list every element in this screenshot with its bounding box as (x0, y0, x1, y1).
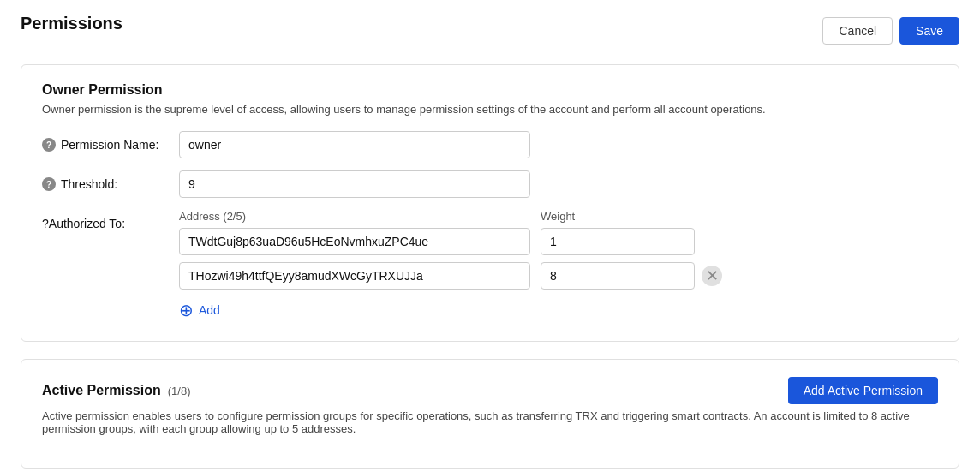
save-button[interactable]: Save (899, 17, 959, 45)
permission-name-row: ? Permission Name: (42, 131, 938, 158)
owner-permission-description: Owner permission is the supreme level of… (42, 103, 938, 116)
active-perm-header: Active Permission (1/8) Add Active Permi… (42, 377, 938, 404)
threshold-input[interactable] (179, 170, 530, 198)
add-label: Add (199, 303, 220, 317)
threshold-row: ? Threshold: (42, 170, 938, 198)
threshold-label-text: Threshold: (61, 177, 117, 191)
add-active-permission-button[interactable]: Add Active Permission (788, 377, 938, 404)
address-input-2[interactable] (179, 262, 530, 290)
active-permission-heading: Active Permission (42, 383, 161, 398)
authorized-to-label: ? Authorized To: (42, 210, 179, 230)
owner-permission-heading: Owner Permission (42, 82, 938, 98)
header-buttons: Cancel Save (822, 17, 959, 45)
permission-name-help-icon: ? (42, 138, 56, 152)
address-input-1[interactable] (179, 228, 530, 255)
add-address-button[interactable]: ⊕ Add (179, 296, 220, 324)
address-row-1 (179, 228, 938, 255)
plus-icon: ⊕ (179, 300, 194, 320)
owner-permission-section: Owner Permission Owner permission is the… (21, 64, 959, 342)
permission-name-label-text: Permission Name: (61, 138, 158, 152)
weight-input-2[interactable] (541, 262, 695, 290)
permission-name-label: ? Permission Name: (42, 131, 179, 152)
weight-col-header: Weight (541, 210, 695, 223)
address-col-header: Address (2/5) (179, 210, 530, 223)
address-weight-header: Address (2/5) Weight (179, 210, 938, 223)
weight-input-1[interactable] (541, 228, 695, 255)
address-row-2: ✕ (179, 262, 938, 290)
active-perm-title-row: Active Permission (1/8) (42, 383, 190, 398)
permission-name-input[interactable] (179, 131, 530, 158)
threshold-label: ? Threshold: (42, 170, 179, 191)
authorized-to-section: ? Authorized To: Address (2/5) Weight ✕ (42, 210, 938, 324)
active-permission-section: Active Permission (1/8) Add Active Permi… (21, 359, 959, 469)
page-title: Permissions (21, 14, 122, 33)
authorized-to-help-icon: ? (42, 217, 49, 230)
remove-row-2-button[interactable]: ✕ (702, 266, 722, 286)
authorized-to-label-text: Authorized To: (49, 217, 125, 230)
top-bar: Permissions Cancel Save (21, 14, 959, 47)
active-permission-description: Active permission enables users to confi… (42, 409, 938, 435)
threshold-help-icon: ? (42, 177, 56, 191)
page: Permissions Cancel Save Owner Permission… (0, 0, 980, 472)
cancel-button[interactable]: Cancel (822, 17, 893, 45)
active-permission-badge: (1/8) (168, 385, 191, 397)
address-weight-container: Address (2/5) Weight ✕ ⊕ Add (179, 210, 938, 324)
